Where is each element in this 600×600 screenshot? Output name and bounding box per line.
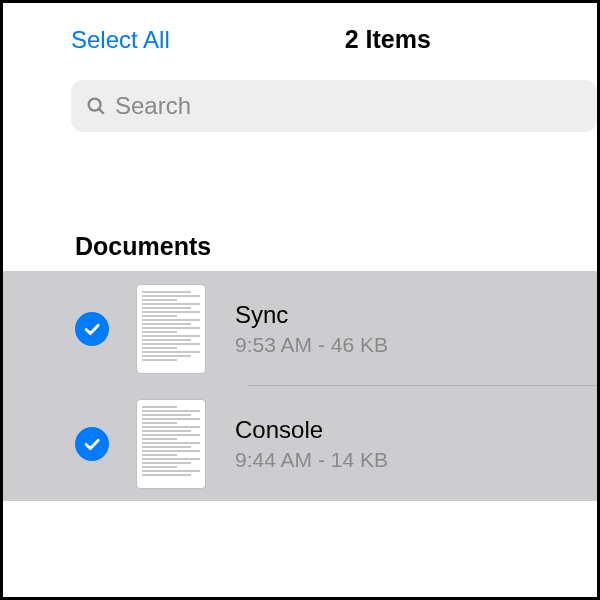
file-name: Sync xyxy=(235,301,388,329)
file-subtitle: 9:44 AM - 14 KB xyxy=(235,448,388,472)
toolbar: Select All 2 Items xyxy=(3,3,597,66)
selection-check-icon[interactable] xyxy=(75,312,109,346)
section-title: Documents xyxy=(75,232,597,261)
file-meta: Console 9:44 AM - 14 KB xyxy=(235,416,388,472)
search-input[interactable] xyxy=(115,92,583,120)
select-all-button[interactable]: Select All xyxy=(71,26,170,54)
file-name: Console xyxy=(235,416,388,444)
search-icon xyxy=(85,95,107,117)
page-title: 2 Items xyxy=(345,25,431,54)
file-list: Sync 9:53 AM - 46 KB Console 9:44 AM - 1… xyxy=(3,271,597,501)
file-subtitle: 9:53 AM - 46 KB xyxy=(235,333,388,357)
list-item[interactable]: Console 9:44 AM - 14 KB xyxy=(3,386,597,501)
file-thumbnail-icon xyxy=(137,400,205,488)
file-thumbnail-icon xyxy=(137,285,205,373)
search-field[interactable] xyxy=(71,80,597,132)
svg-line-1 xyxy=(99,109,104,114)
file-meta: Sync 9:53 AM - 46 KB xyxy=(235,301,388,357)
svg-point-0 xyxy=(89,99,101,111)
list-item[interactable]: Sync 9:53 AM - 46 KB xyxy=(3,271,597,386)
selection-check-icon[interactable] xyxy=(75,427,109,461)
